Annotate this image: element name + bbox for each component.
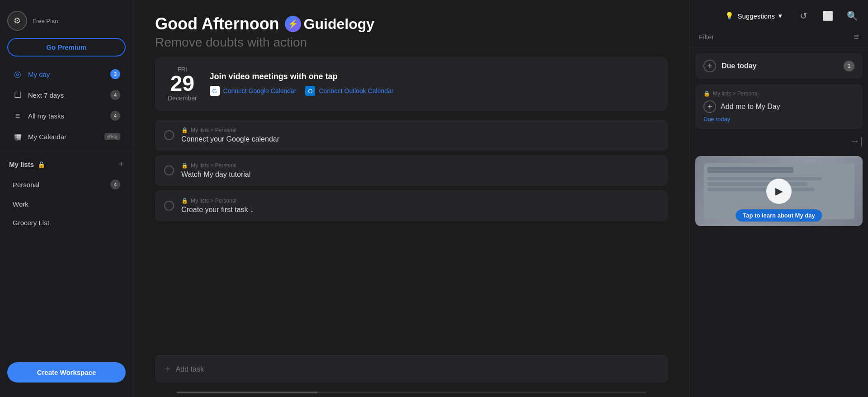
task-meta-text-2: My lists > Personal xyxy=(191,198,236,204)
nav-item-my-calendar[interactable]: ▦ My Calendar Beta xyxy=(4,127,129,146)
nav-item-next-7-days[interactable]: ☐ Next 7 days 4 xyxy=(4,85,129,104)
due-today-badge: 1 xyxy=(844,61,854,71)
task-check-2[interactable] xyxy=(164,201,174,211)
sidebar: ⚙ Free Plan Go Premium ◎ My day 3 ☐ Next… xyxy=(0,0,133,397)
sidebar-item-work[interactable]: Work xyxy=(4,196,129,213)
filter-lines-icon: ≡ xyxy=(854,32,859,42)
search-icon: 🔍 xyxy=(847,10,858,21)
play-button[interactable]: ▶ xyxy=(766,179,792,204)
tasks-area: 🔒 My lists > Personal Connect your Googl… xyxy=(133,120,689,351)
suggestions-label: Suggestions xyxy=(737,12,775,20)
task-content-2: 🔒 My lists > Personal Create your first … xyxy=(181,198,659,214)
due-today-section: + Due today 1 xyxy=(695,53,863,79)
connect-outlook-calendar-link[interactable]: O Connect Outlook Calendar xyxy=(305,86,393,96)
play-icon: ▶ xyxy=(775,185,783,197)
suggestions-button[interactable]: 💡 Suggestions ▾ xyxy=(720,9,788,23)
refresh-button[interactable]: ↺ xyxy=(795,7,812,24)
task-meta-text-1: My lists > Personal xyxy=(191,162,236,169)
sidebar-divider xyxy=(0,151,133,151)
sidebar-item-grocery-list[interactable]: Grocery List xyxy=(4,214,129,231)
nav-item-all-my-tasks[interactable]: ≡ All my tasks 4 xyxy=(4,106,129,125)
greeting-text: Good Afternoon xyxy=(155,14,279,33)
video-thumbnail[interactable]: ▶ Tap to learn about My day xyxy=(695,156,863,226)
go-premium-button[interactable]: Go Premium xyxy=(7,38,126,57)
greeting-line: Good Afternoon ⚡ Guidelogy xyxy=(155,14,668,33)
my-calendar-icon: ▦ xyxy=(13,132,23,142)
sidebar-item-personal[interactable]: Personal 4 xyxy=(4,175,129,194)
task-meta-1: 🔒 My lists > Personal xyxy=(181,162,659,169)
month-label: December xyxy=(168,95,197,102)
video-label: Tap to learn about My day xyxy=(736,209,822,222)
right-panel: 💡 Suggestions ▾ ↺ ⬜ 🔍 Filter ≡ + Due tod… xyxy=(689,0,868,397)
next-7-days-icon: ☐ xyxy=(13,90,23,100)
day-number: 29 xyxy=(168,73,197,95)
calendar-info: Join video meetings with one tap G Conne… xyxy=(210,72,394,96)
calendar-links: G Connect Google Calendar O Connect Outl… xyxy=(210,86,394,96)
task-card: 🔒 My lists > Personal + Add me to My Day… xyxy=(695,84,863,129)
layout-button[interactable]: ⬜ xyxy=(819,7,836,24)
add-task-input[interactable] xyxy=(176,365,658,373)
scroll-track xyxy=(177,392,646,393)
task-meta-0: 🔒 My lists > Personal xyxy=(181,127,659,133)
bulb-icon: 💡 xyxy=(725,12,734,20)
task-title-0: Connect your Google calendar xyxy=(181,135,659,143)
connect-google-calendar-link[interactable]: G Connect Google Calendar xyxy=(210,86,297,96)
filter-bar: Filter ≡ xyxy=(690,28,868,48)
my-lists-label: My lists xyxy=(9,161,34,168)
nav-label-next-7-days: Next 7 days xyxy=(28,91,105,99)
calendar-banner: FRI 29 December Join video meetings with… xyxy=(155,57,668,111)
gear-icon: ⚙ xyxy=(14,16,21,26)
google-calendar-icon: G xyxy=(210,86,220,96)
personal-badge: 4 xyxy=(110,180,120,189)
search-button[interactable]: 🔍 xyxy=(844,7,861,24)
work-label: Work xyxy=(13,200,120,208)
filter-label: Filter xyxy=(699,33,714,41)
task-item: 🔒 My lists > Personal Watch My day tutor… xyxy=(155,155,668,186)
add-list-button[interactable]: + xyxy=(118,159,124,170)
guidelogy-logo: ⚡ Guidelogy xyxy=(285,16,374,33)
collapse-panel-button[interactable]: →| xyxy=(850,135,863,147)
task-card-add-button[interactable]: + xyxy=(703,100,716,113)
my-day-badge: 3 xyxy=(110,69,120,79)
outlook-calendar-label: Connect Outlook Calendar xyxy=(319,87,393,95)
beta-badge: Beta xyxy=(104,133,120,140)
task-card-header: + Add me to My Day xyxy=(703,100,854,113)
task-check-0[interactable] xyxy=(164,130,174,140)
main-content: Good Afternoon ⚡ Guidelogy Remove doubts… xyxy=(133,0,689,397)
create-workspace-button[interactable]: Create Workspace xyxy=(7,362,126,383)
nav-label-all-my-tasks: All my tasks xyxy=(28,112,105,120)
due-today-add-button[interactable]: + xyxy=(703,60,716,72)
task-card-title: Add me to My Day xyxy=(721,103,780,111)
task-title-1: Watch My day tutorial xyxy=(181,170,659,179)
task-content-1: 🔒 My lists > Personal Watch My day tutor… xyxy=(181,162,659,179)
task-card-meta-text: My lists > Personal xyxy=(713,90,759,97)
nav-label-my-day: My day xyxy=(28,71,105,78)
add-task-bar: + xyxy=(155,355,668,383)
my-lists-section-header: My lists 🔒 + xyxy=(0,155,133,174)
due-today-label: Due today xyxy=(722,62,838,70)
lock-small-icon-1: 🔒 xyxy=(181,162,188,169)
calendar-banner-title: Join video meetings with one tap xyxy=(210,72,394,81)
task-card-meta: 🔒 My lists > Personal xyxy=(703,90,854,97)
layout-icon: ⬜ xyxy=(822,10,834,21)
plan-label: Free Plan xyxy=(33,18,58,24)
personal-label: Personal xyxy=(13,181,107,189)
filter-lines-button[interactable]: ≡ xyxy=(854,32,859,42)
grocery-list-label: Grocery List xyxy=(13,219,120,227)
lock-icon: 🔒 xyxy=(38,161,45,168)
add-task-icon: + xyxy=(165,364,170,374)
task-meta-2: 🔒 My lists > Personal xyxy=(181,198,659,204)
nav-item-my-day[interactable]: ◎ My day 3 xyxy=(4,65,129,84)
task-meta-text-0: My lists > Personal xyxy=(191,127,236,133)
refresh-icon: ↺ xyxy=(800,10,807,21)
task-check-1[interactable] xyxy=(164,165,174,175)
lock-small-icon-0: 🔒 xyxy=(181,127,188,133)
next-7-days-badge: 4 xyxy=(110,90,120,100)
right-panel-header: 💡 Suggestions ▾ ↺ ⬜ 🔍 xyxy=(690,0,868,28)
task-content-0: 🔒 My lists > Personal Connect your Googl… xyxy=(181,127,659,143)
date-block: FRI 29 December xyxy=(168,66,197,102)
gear-button[interactable]: ⚙ xyxy=(7,11,27,31)
task-card-due: Due today xyxy=(703,116,854,123)
outlook-calendar-icon: O xyxy=(305,86,315,96)
subtitle: Remove doubts with action xyxy=(155,35,668,50)
